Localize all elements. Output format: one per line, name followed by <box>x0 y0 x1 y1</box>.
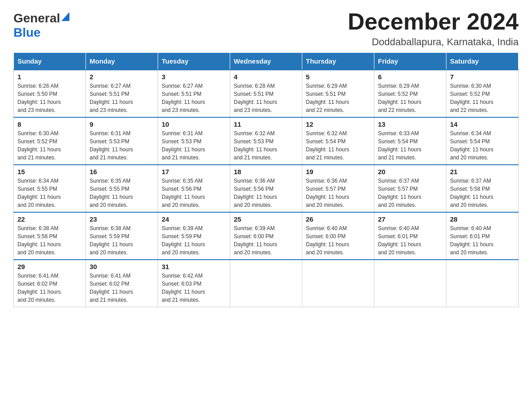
calendar-table: SundayMondayTuesdayWednesdayThursdayFrid… <box>13 52 519 307</box>
calendar-cell: 11Sunrise: 6:32 AMSunset: 5:53 PMDayligh… <box>230 117 302 165</box>
day-info: Sunrise: 6:40 AMSunset: 6:01 PMDaylight:… <box>450 224 515 257</box>
calendar-cell: 30Sunrise: 6:41 AMSunset: 6:02 PMDayligh… <box>86 260 158 307</box>
day-info: Sunrise: 6:36 AMSunset: 5:56 PMDaylight:… <box>234 177 298 209</box>
day-number: 17 <box>162 168 226 176</box>
day-info: Sunrise: 6:41 AMSunset: 6:02 PMDaylight:… <box>90 272 154 304</box>
calendar-cell: 26Sunrise: 6:40 AMSunset: 6:00 PMDayligh… <box>302 212 374 260</box>
day-number: 14 <box>450 120 515 128</box>
day-info: Sunrise: 6:40 AMSunset: 6:00 PMDaylight:… <box>306 224 370 257</box>
day-info: Sunrise: 6:37 AMSunset: 5:57 PMDaylight:… <box>378 177 442 209</box>
day-number: 9 <box>90 120 154 128</box>
day-info: Sunrise: 6:30 AMSunset: 5:52 PMDaylight:… <box>450 82 515 114</box>
day-number: 4 <box>234 73 298 81</box>
calendar-cell: 18Sunrise: 6:36 AMSunset: 5:56 PMDayligh… <box>230 165 302 212</box>
day-info: Sunrise: 6:29 AMSunset: 5:51 PMDaylight:… <box>306 82 370 114</box>
logo: General Blue <box>13 9 70 40</box>
calendar-cell: 25Sunrise: 6:39 AMSunset: 6:00 PMDayligh… <box>230 212 302 260</box>
day-info: Sunrise: 6:28 AMSunset: 5:51 PMDaylight:… <box>234 82 298 114</box>
calendar-cell: 4Sunrise: 6:28 AMSunset: 5:51 PMDaylight… <box>230 70 302 117</box>
day-number: 7 <box>450 73 515 81</box>
day-number: 8 <box>17 120 82 128</box>
day-number: 24 <box>162 215 226 223</box>
svg-marker-0 <box>61 12 69 21</box>
day-number: 25 <box>234 215 298 223</box>
week-row-1: 1Sunrise: 6:26 AMSunset: 5:50 PMDaylight… <box>14 70 519 117</box>
day-info: Sunrise: 6:29 AMSunset: 5:52 PMDaylight:… <box>378 82 442 114</box>
logo-triangle-icon <box>61 12 69 23</box>
calendar-cell: 12Sunrise: 6:32 AMSunset: 5:54 PMDayligh… <box>302 117 374 165</box>
calendar-cell: 3Sunrise: 6:27 AMSunset: 5:51 PMDaylight… <box>158 70 230 117</box>
calendar-cell: 29Sunrise: 6:41 AMSunset: 6:02 PMDayligh… <box>14 260 86 307</box>
day-info: Sunrise: 6:27 AMSunset: 5:51 PMDaylight:… <box>162 82 226 114</box>
header-sunday: Sunday <box>14 53 86 70</box>
day-info: Sunrise: 6:27 AMSunset: 5:51 PMDaylight:… <box>90 82 154 114</box>
header-monday: Monday <box>86 53 158 70</box>
page-header: General Blue December 2024 Doddaballapur… <box>13 9 519 48</box>
day-number: 12 <box>306 120 370 128</box>
day-info: Sunrise: 6:37 AMSunset: 5:58 PMDaylight:… <box>450 177 515 209</box>
calendar-cell: 10Sunrise: 6:31 AMSunset: 5:53 PMDayligh… <box>158 117 230 165</box>
logo-blue-text: Blue <box>13 26 41 39</box>
title-block: December 2024 Doddaballapura, Karnataka,… <box>348 9 519 48</box>
header-saturday: Saturday <box>446 53 519 70</box>
calendar-cell: 1Sunrise: 6:26 AMSunset: 5:50 PMDaylight… <box>14 70 86 117</box>
day-number: 21 <box>450 168 515 176</box>
day-info: Sunrise: 6:33 AMSunset: 5:54 PMDaylight:… <box>378 129 442 162</box>
calendar-cell: 20Sunrise: 6:37 AMSunset: 5:57 PMDayligh… <box>374 165 446 212</box>
day-info: Sunrise: 6:26 AMSunset: 5:50 PMDaylight:… <box>17 82 82 114</box>
day-info: Sunrise: 6:31 AMSunset: 5:53 PMDaylight:… <box>90 129 154 162</box>
day-number: 29 <box>17 263 82 270</box>
calendar-cell: 22Sunrise: 6:38 AMSunset: 5:58 PMDayligh… <box>14 212 86 260</box>
week-row-2: 8Sunrise: 6:30 AMSunset: 5:52 PMDaylight… <box>14 117 519 165</box>
calendar-cell: 6Sunrise: 6:29 AMSunset: 5:52 PMDaylight… <box>374 70 446 117</box>
day-number: 3 <box>162 73 226 81</box>
calendar-cell: 15Sunrise: 6:34 AMSunset: 5:55 PMDayligh… <box>14 165 86 212</box>
header-tuesday: Tuesday <box>158 53 230 70</box>
day-info: Sunrise: 6:39 AMSunset: 5:59 PMDaylight:… <box>162 224 226 257</box>
calendar-cell: 16Sunrise: 6:35 AMSunset: 5:55 PMDayligh… <box>86 165 158 212</box>
day-info: Sunrise: 6:32 AMSunset: 5:53 PMDaylight:… <box>234 129 298 162</box>
calendar-cell: 24Sunrise: 6:39 AMSunset: 5:59 PMDayligh… <box>158 212 230 260</box>
day-info: Sunrise: 6:41 AMSunset: 6:02 PMDaylight:… <box>17 272 82 304</box>
calendar-cell <box>230 260 302 307</box>
day-info: Sunrise: 6:30 AMSunset: 5:52 PMDaylight:… <box>17 129 82 162</box>
location-subtitle: Doddaballapura, Karnataka, India <box>348 36 519 48</box>
month-title: December 2024 <box>348 9 519 34</box>
day-number: 31 <box>162 263 226 270</box>
header-friday: Friday <box>374 53 446 70</box>
header-thursday: Thursday <box>302 53 374 70</box>
calendar-header-row: SundayMondayTuesdayWednesdayThursdayFrid… <box>14 53 519 70</box>
day-info: Sunrise: 6:35 AMSunset: 5:56 PMDaylight:… <box>162 177 226 209</box>
calendar-cell: 5Sunrise: 6:29 AMSunset: 5:51 PMDaylight… <box>302 70 374 117</box>
day-number: 26 <box>306 215 370 223</box>
day-info: Sunrise: 6:31 AMSunset: 5:53 PMDaylight:… <box>162 129 226 162</box>
day-number: 22 <box>17 215 82 223</box>
day-number: 6 <box>378 73 442 81</box>
calendar-cell: 9Sunrise: 6:31 AMSunset: 5:53 PMDaylight… <box>86 117 158 165</box>
day-info: Sunrise: 6:38 AMSunset: 5:59 PMDaylight:… <box>90 224 154 257</box>
day-number: 1 <box>17 73 82 81</box>
day-number: 13 <box>378 120 442 128</box>
header-wednesday: Wednesday <box>230 53 302 70</box>
day-number: 19 <box>306 168 370 176</box>
calendar-cell: 13Sunrise: 6:33 AMSunset: 5:54 PMDayligh… <box>374 117 446 165</box>
day-number: 10 <box>162 120 226 128</box>
day-number: 23 <box>90 215 154 223</box>
week-row-4: 22Sunrise: 6:38 AMSunset: 5:58 PMDayligh… <box>14 212 519 260</box>
day-number: 15 <box>17 168 82 176</box>
day-number: 18 <box>234 168 298 176</box>
calendar-cell <box>374 260 446 307</box>
calendar-cell: 17Sunrise: 6:35 AMSunset: 5:56 PMDayligh… <box>158 165 230 212</box>
day-number: 30 <box>90 263 154 270</box>
day-number: 28 <box>450 215 515 223</box>
calendar-cell: 7Sunrise: 6:30 AMSunset: 5:52 PMDaylight… <box>446 70 519 117</box>
calendar-cell: 21Sunrise: 6:37 AMSunset: 5:58 PMDayligh… <box>446 165 519 212</box>
day-number: 16 <box>90 168 154 176</box>
day-info: Sunrise: 6:38 AMSunset: 5:58 PMDaylight:… <box>17 224 82 257</box>
calendar-cell: 28Sunrise: 6:40 AMSunset: 6:01 PMDayligh… <box>446 212 519 260</box>
day-info: Sunrise: 6:35 AMSunset: 5:55 PMDaylight:… <box>90 177 154 209</box>
calendar-cell: 23Sunrise: 6:38 AMSunset: 5:59 PMDayligh… <box>86 212 158 260</box>
day-info: Sunrise: 6:36 AMSunset: 5:57 PMDaylight:… <box>306 177 370 209</box>
calendar-cell: 31Sunrise: 6:42 AMSunset: 6:03 PMDayligh… <box>158 260 230 307</box>
calendar-cell <box>446 260 519 307</box>
